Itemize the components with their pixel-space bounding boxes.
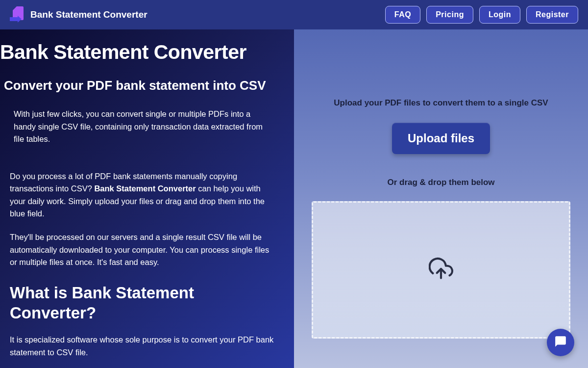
intro-text: With just few clicks, you can convert si… [14, 108, 274, 146]
chat-icon [554, 335, 567, 350]
page-title: Bank Statement Converter [0, 41, 284, 63]
site-title: Bank Statement Converter [30, 9, 147, 20]
dropzone[interactable] [312, 201, 570, 339]
logo-group[interactable]: Bank Statement Converter [10, 6, 147, 23]
cloud-upload-icon [429, 257, 453, 283]
login-button[interactable]: Login [479, 6, 520, 24]
pricing-button[interactable]: Pricing [426, 6, 473, 24]
paragraph-1-bold: Bank Statement Converter [94, 184, 196, 193]
upload-files-button[interactable]: Upload files [392, 123, 490, 154]
right-panel: Upload your PDF files to convert them to… [294, 29, 588, 368]
paragraph-3: It is specialized software whose sole pu… [10, 334, 274, 359]
logo-icon [10, 6, 24, 23]
drag-caption: Or drag & drop them below [312, 178, 570, 187]
content: Bank Statement Converter Convert your PD… [0, 29, 588, 368]
section-heading: What is Bank Statement Converter? [10, 283, 274, 323]
upload-caption: Upload your PDF files to convert them to… [312, 98, 570, 108]
nav: FAQ Pricing Login Register [385, 6, 578, 24]
chat-button[interactable] [547, 329, 574, 356]
paragraph-1: Do you process a lot of PDF bank stateme… [10, 170, 274, 220]
faq-button[interactable]: FAQ [385, 6, 420, 24]
left-panel: Bank Statement Converter Convert your PD… [0, 29, 294, 368]
page-subtitle: Convert your PDF bank statement into CSV [4, 78, 284, 93]
header: Bank Statement Converter FAQ Pricing Log… [0, 0, 588, 29]
register-button[interactable]: Register [526, 6, 578, 24]
paragraph-2: They'll be processed on our servers and … [10, 231, 274, 269]
